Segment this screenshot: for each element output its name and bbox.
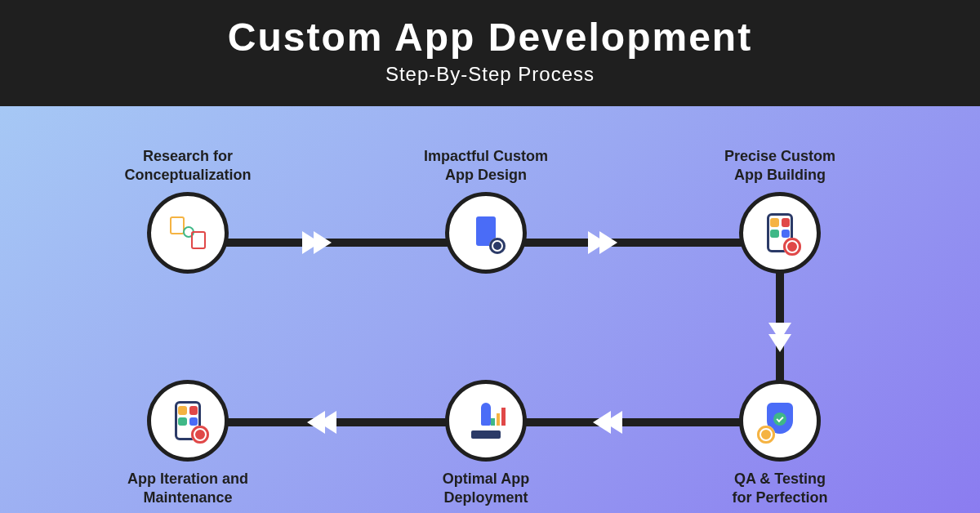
step-design: Impactful Custom App Design — [396, 147, 576, 274]
step-qa: QA & Testing for Perfection — [690, 380, 870, 506]
step-build: Precise Custom App Building — [690, 147, 870, 274]
process-diagram: Research for Conceptualization Impactful… — [0, 106, 980, 513]
step-circle — [445, 380, 527, 462]
step-circle — [739, 380, 821, 462]
maintain-icon — [163, 396, 212, 445]
step-circle — [147, 192, 229, 274]
step-deploy: Optimal App Deployment — [396, 380, 576, 506]
deploy-icon — [461, 396, 510, 445]
step-label: Precise Custom App Building — [690, 147, 870, 184]
step-circle — [147, 380, 229, 462]
header: Custom App Development Step-By-Step Proc… — [0, 0, 980, 106]
step-label: Research for Conceptualization — [98, 147, 278, 184]
page-title: Custom App Development — [0, 15, 980, 60]
research-icon — [163, 208, 212, 257]
design-icon — [461, 208, 510, 257]
step-label: App Iteration and Maintenance — [98, 470, 278, 506]
step-maintain: App Iteration and Maintenance — [98, 380, 278, 506]
step-label: Impactful Custom App Design — [396, 147, 576, 184]
step-label: Optimal App Deployment — [396, 470, 576, 506]
step-research: Research for Conceptualization — [98, 147, 278, 274]
step-circle — [445, 192, 527, 274]
qa-icon — [755, 396, 804, 445]
step-label: QA & Testing for Perfection — [690, 470, 870, 506]
build-icon — [755, 208, 804, 257]
page-subtitle: Step-By-Step Process — [0, 63, 980, 86]
step-circle — [739, 192, 821, 274]
